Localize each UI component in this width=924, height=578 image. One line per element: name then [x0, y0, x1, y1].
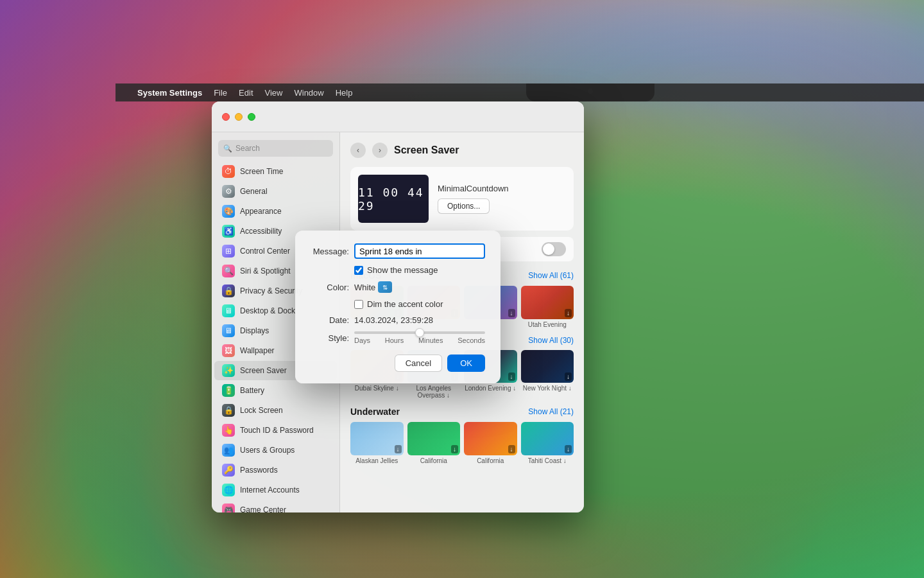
- stepper-arrows: ⇅: [382, 284, 388, 291]
- style-labels: Days Hours Minutes Seconds: [354, 337, 485, 344]
- ok-button[interactable]: OK: [447, 355, 485, 372]
- date-row: Date: 14.03.2024, 23:59:28: [311, 315, 485, 325]
- style-slider-container: Days Hours Minutes Seconds: [354, 331, 485, 344]
- menu-edit[interactable]: Edit: [239, 88, 253, 98]
- date-label: Date:: [311, 315, 349, 325]
- dim-label[interactable]: Dim the accent color: [367, 299, 443, 309]
- show-message-checkbox[interactable]: [354, 266, 363, 275]
- color-label: Color:: [311, 283, 349, 292]
- dialog-overlay: Message: Show the message Color: White ⇅: [212, 101, 584, 512]
- style-slider[interactable]: [354, 331, 485, 334]
- style-tick-days: Days: [354, 337, 370, 344]
- menubar: System Settings File Edit View Window He…: [116, 83, 924, 101]
- dim-checkbox[interactable]: [354, 300, 363, 309]
- options-dialog: Message: Show the message Color: White ⇅: [295, 231, 501, 383]
- settings-window: 🔍 Search ⏱ Screen Time ⚙ General 🎨 Appea…: [212, 101, 584, 512]
- color-value: White: [354, 283, 375, 292]
- color-row: Color: White ⇅: [311, 281, 485, 293]
- color-stepper[interactable]: ⇅: [378, 281, 392, 293]
- message-label: Message:: [311, 247, 349, 256]
- show-message-checkbox-label[interactable]: Show the message: [367, 265, 438, 275]
- date-value: 14.03.2024, 23:59:28: [354, 315, 433, 325]
- cancel-button[interactable]: Cancel: [395, 355, 442, 372]
- style-label: Style:: [311, 333, 349, 343]
- style-row: Style: Days Hours Minutes Seconds: [311, 331, 485, 344]
- show-message-row: Show the message: [354, 265, 485, 275]
- message-input[interactable]: [354, 243, 485, 259]
- menu-window[interactable]: Window: [294, 88, 323, 98]
- style-tick-minutes: Minutes: [418, 337, 443, 344]
- menu-file[interactable]: File: [214, 88, 227, 98]
- style-tick-seconds: Seconds: [458, 337, 485, 344]
- dialog-buttons: Cancel OK: [311, 355, 485, 372]
- style-label-row: Style: Days Hours Minutes Seconds: [311, 331, 485, 344]
- color-select[interactable]: White ⇅: [354, 281, 392, 293]
- menu-help[interactable]: Help: [336, 88, 353, 98]
- style-tick-hours: Hours: [385, 337, 404, 344]
- dim-row: Dim the accent color: [354, 299, 485, 309]
- app-name[interactable]: System Settings: [137, 88, 202, 98]
- message-row: Message:: [311, 243, 485, 259]
- menu-view[interactable]: View: [265, 88, 283, 98]
